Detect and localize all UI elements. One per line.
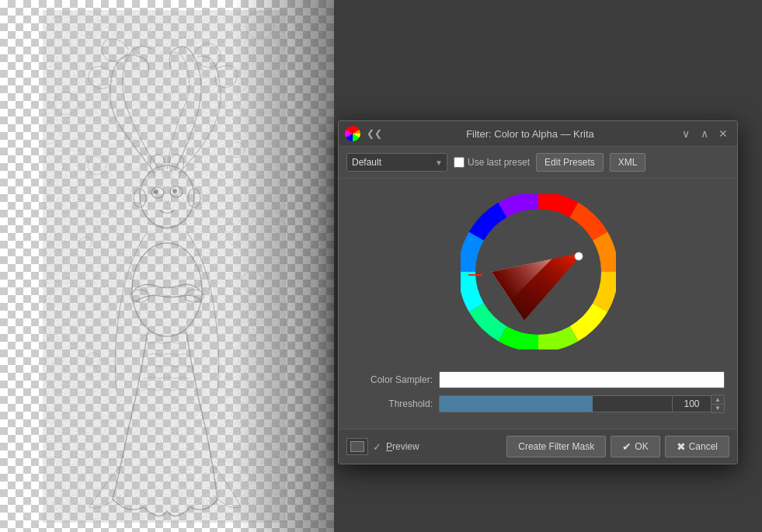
preview-label[interactable]: Preview xyxy=(386,441,419,452)
threshold-container[interactable]: 100 ▲ ▼ xyxy=(439,395,725,413)
color-wheel-svg[interactable] xyxy=(461,194,616,349)
title-bar-controls: ∨ ∧ ✕ xyxy=(678,126,731,141)
close-button[interactable]: ✕ xyxy=(715,126,731,141)
edit-presets-button[interactable]: Edit Presets xyxy=(536,153,604,172)
toolbar-row: Default ▼ Use last preset Edit Presets X… xyxy=(339,147,737,179)
dialog-title: Filter: Color to Alpha — Krita xyxy=(382,128,678,140)
preset-select[interactable]: Default xyxy=(346,153,447,172)
create-filter-mask-label: Create Filter Mask xyxy=(518,441,594,452)
svg-point-10 xyxy=(88,156,106,175)
color-wheel-container[interactable] xyxy=(461,194,616,349)
threshold-label: Threshold: xyxy=(351,398,433,409)
svg-point-1 xyxy=(140,165,194,228)
collapse-icon[interactable]: ❮❮ xyxy=(367,128,382,139)
svg-point-5 xyxy=(172,189,177,193)
svg-point-24 xyxy=(575,252,583,260)
create-filter-mask-button[interactable]: Create Filter Mask xyxy=(506,436,606,457)
threshold-row: Threshold: 100 ▲ ▼ xyxy=(351,395,725,413)
color-sampler-bar[interactable] xyxy=(439,371,725,388)
title-bar-left: ❮❮ xyxy=(345,126,382,141)
cancel-icon: ✖ xyxy=(677,440,686,453)
threshold-bar-bg[interactable] xyxy=(439,395,673,412)
use-last-preset-label[interactable]: Use last preset xyxy=(454,157,530,168)
action-bar-right: Create Filter Mask ✔ OK ✖ Cancel xyxy=(506,436,729,457)
threshold-increment-button[interactable]: ▲ xyxy=(712,395,724,404)
cancel-button[interactable]: ✖ Cancel xyxy=(665,436,729,457)
preview-icon xyxy=(350,441,364,452)
preview-icon-box[interactable] xyxy=(346,438,368,455)
svg-point-15 xyxy=(86,353,100,367)
threshold-spinner[interactable]: ▲ ▼ xyxy=(712,395,725,413)
threshold-bar-fill xyxy=(440,396,593,412)
svg-point-17 xyxy=(54,92,78,115)
controls-section: Color Sampler: Threshold: 100 ▲ ▼ xyxy=(339,365,737,429)
preset-select-wrapper[interactable]: Default ▼ xyxy=(346,153,447,172)
svg-point-4 xyxy=(154,190,158,194)
ok-icon: ✔ xyxy=(622,440,632,453)
maximize-button[interactable]: ∧ xyxy=(697,126,712,141)
color-wheel-section[interactable] xyxy=(339,179,737,365)
cancel-label: Cancel xyxy=(689,441,718,452)
ok-button[interactable]: ✔ OK xyxy=(611,436,659,457)
action-bar: ✓ Preview Create Filter Mask ✔ OK ✖ Canc… xyxy=(339,429,737,464)
action-bar-left: ✓ Preview xyxy=(346,438,419,455)
svg-point-11 xyxy=(79,237,92,249)
color-sampler-label: Color Sampler: xyxy=(351,374,433,385)
filter-dialog: ❮❮ Filter: Color to Alpha — Krita ∨ ∧ ✕ … xyxy=(338,120,738,464)
use-last-preset-checkbox[interactable] xyxy=(454,157,465,168)
xml-button[interactable]: XML xyxy=(610,153,646,172)
title-bar: ❮❮ Filter: Color to Alpha — Krita ∨ ∧ ✕ xyxy=(339,121,737,147)
color-sampler-row: Color Sampler: xyxy=(351,371,725,388)
threshold-value[interactable]: 100 xyxy=(673,395,712,412)
preview-check-icon: ✓ xyxy=(373,441,381,453)
canvas-overlay xyxy=(233,0,334,532)
minimize-button[interactable]: ∨ xyxy=(678,126,694,141)
threshold-decrement-button[interactable]: ▼ xyxy=(712,404,724,412)
canvas-area xyxy=(0,0,334,532)
krita-logo xyxy=(345,126,360,141)
ok-label: OK xyxy=(635,441,648,452)
